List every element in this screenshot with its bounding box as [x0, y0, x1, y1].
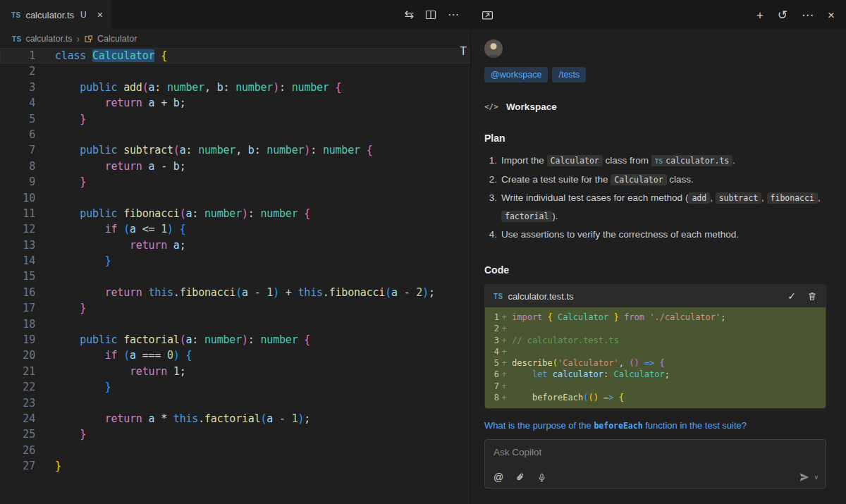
diff-plus-sign: +: [499, 312, 509, 323]
line-number: 12: [0, 221, 35, 237]
tab-calculator-ts[interactable]: TS calculator.ts U ×: [0, 0, 111, 30]
code-line[interactable]: 1class Calculator {: [0, 48, 470, 63]
diff-line-number: 4: [489, 346, 499, 357]
line-number: 8: [0, 159, 35, 174]
inline-code-chip: Calculator: [547, 155, 603, 166]
chat-input-box[interactable]: Ask Copilot @: [484, 439, 826, 488]
breadcrumb-separator: ›: [76, 33, 80, 44]
new-chat-icon[interactable]: +: [756, 9, 764, 21]
mention-icon[interactable]: @: [494, 472, 503, 483]
close-tab-icon[interactable]: ×: [97, 9, 103, 20]
line-number: 20: [0, 348, 35, 363]
code-line[interactable]: 7 public subtract(a: number, b: number):…: [0, 142, 470, 158]
plan-list: 1.Import the Calculator class from TScal…: [484, 152, 826, 244]
line-number: 24: [0, 411, 35, 426]
line-number: 9: [0, 174, 35, 190]
code-block-header: TS calculator.test.ts ✓: [485, 285, 826, 307]
more-actions-icon[interactable]: ⋯: [802, 9, 814, 21]
code-line[interactable]: 2: [0, 63, 470, 79]
code-line[interactable]: 9 }: [0, 174, 470, 190]
code-line[interactable]: 12 if (a <= 1) {: [0, 221, 470, 237]
agent-name: Workspace: [506, 102, 557, 112]
code-line[interactable]: 19 public factorial(a: number): number {: [0, 332, 470, 348]
code-line[interactable]: 4 return a + b;: [0, 95, 470, 111]
followup-suggestion-link[interactable]: What is the purpose of the beforeEach fu…: [484, 420, 826, 431]
copilot-chat-panel: + ↺ ⋯ × @workspace /tests </> Workspace: [470, 0, 846, 504]
typescript-file-icon: TS: [12, 35, 21, 43]
plan-item: 3.Write individual test cases for each m…: [484, 189, 826, 226]
apply-check-icon[interactable]: ✓: [787, 290, 796, 302]
diff-plus-sign: +: [499, 357, 509, 369]
line-number: 1: [0, 48, 35, 63]
plan-item: 2.Create a test suite for the Calculator…: [484, 171, 826, 189]
diff-added-line: 7+: [485, 381, 826, 392]
code-line[interactable]: 26: [0, 443, 470, 458]
more-actions-icon[interactable]: ⋯: [448, 9, 459, 20]
microphone-icon[interactable]: [537, 472, 546, 483]
line-number: 18: [0, 316, 35, 332]
open-changes-icon[interactable]: ⇆: [405, 9, 414, 20]
editor-pane: TS calculator.ts U × ⇆ ⋯ TS calculator.t…: [0, 0, 470, 504]
breadcrumb-file[interactable]: calculator.ts: [25, 34, 72, 44]
code-line[interactable]: 5 }: [0, 111, 470, 127]
code-line[interactable]: 10: [0, 190, 470, 206]
line-number: 3: [0, 80, 35, 95]
tab-bar: TS calculator.ts U × ⇆ ⋯: [0, 0, 470, 30]
user-message-chips: @workspace /tests: [484, 67, 826, 82]
open-chat-in-editor-icon[interactable]: [482, 9, 494, 21]
close-panel-icon[interactable]: ×: [828, 9, 835, 21]
diff-added-line: 6+ let calculator: Calculator;: [485, 369, 826, 380]
line-number: 27: [0, 458, 35, 474]
code-line[interactable]: 13 return a;: [0, 238, 470, 253]
code-line[interactable]: 15: [0, 269, 470, 284]
line-number: 2: [0, 63, 35, 79]
code-line[interactable]: 17 }: [0, 300, 470, 316]
split-editor-icon[interactable]: [425, 9, 436, 20]
diff-added-line: 1+import { Calculator } from './calculat…: [485, 312, 826, 323]
attach-paperclip-icon[interactable]: [515, 472, 525, 483]
diff-plus-sign: +: [499, 335, 509, 346]
editor-action-bar: ⇆ ⋯: [405, 0, 470, 30]
inline-code-chip: factorial: [501, 211, 552, 222]
file-reference-chip[interactable]: TScalculator.ts: [651, 155, 732, 166]
code-line[interactable]: 24 return a * this.factorial(a - 1);: [0, 411, 470, 426]
breadcrumb-symbol[interactable]: Calculator: [97, 34, 137, 44]
history-icon[interactable]: ↺: [778, 9, 787, 21]
code-block-filename: calculator.test.ts: [508, 291, 573, 302]
line-number: 11: [0, 206, 35, 221]
code-line[interactable]: 20 if (a === 0) {: [0, 348, 470, 363]
diff-plus-sign: +: [499, 381, 509, 392]
code-line[interactable]: 8 return a - b;: [0, 159, 470, 174]
discard-trash-icon[interactable]: [807, 291, 817, 302]
inline-code-chip: fibonacci: [767, 192, 818, 204]
line-number: 19: [0, 332, 35, 348]
code-line[interactable]: 14 }: [0, 253, 470, 269]
code-line[interactable]: 25 }: [0, 426, 470, 442]
code-line[interactable]: 27}: [0, 458, 470, 474]
git-untracked-badge: U: [80, 10, 87, 20]
line-number: 16: [0, 285, 35, 300]
code-line[interactable]: 3 public add(a: number, b: number): numb…: [0, 80, 470, 95]
send-icon[interactable]: [799, 472, 810, 483]
code-line[interactable]: 16 return this.fibonacci(a - 1) + this.f…: [0, 285, 470, 300]
plan-heading: Plan: [484, 133, 826, 144]
chat-toolbar: + ↺ ⋯ ×: [471, 0, 846, 30]
vscode-window: TS calculator.ts U × ⇆ ⋯ TS calculator.t…: [0, 0, 846, 504]
inline-code-chip: Calculator: [611, 174, 666, 185]
line-number: 15: [0, 269, 35, 284]
code-line[interactable]: 21 return 1;: [0, 364, 470, 379]
code-line[interactable]: 11 public fibonacci(a: number): number {: [0, 206, 470, 221]
send-options-chevron-icon[interactable]: ∨: [814, 474, 819, 481]
code-line[interactable]: 18: [0, 316, 470, 332]
plan-item-number: 2.: [484, 171, 497, 189]
breadcrumb: TS calculator.ts › Calculator: [0, 30, 470, 48]
chat-content: @workspace /tests </> Workspace Plan 1.I…: [471, 30, 846, 504]
line-number: 13: [0, 238, 35, 253]
tab-filename: calculator.ts: [25, 10, 74, 20]
code-editor[interactable]: 1class Calculator {23 public add(a: numb…: [0, 48, 470, 474]
line-number: 25: [0, 426, 35, 442]
code-line[interactable]: 22 }: [0, 379, 470, 395]
code-line[interactable]: 23: [0, 395, 470, 411]
diff-code-body: 1+import { Calculator } from './calculat…: [485, 307, 826, 408]
code-line[interactable]: 6: [0, 127, 470, 142]
